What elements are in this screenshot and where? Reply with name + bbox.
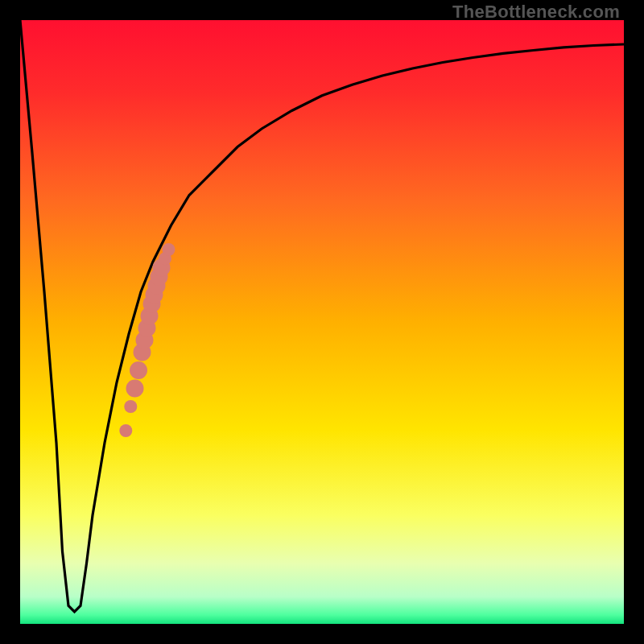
- marker-point: [124, 400, 137, 413]
- gradient-background: [20, 20, 624, 624]
- watermark-text: TheBottleneck.com: [452, 2, 620, 23]
- chart-svg: [20, 20, 624, 624]
- marker-point: [119, 424, 132, 437]
- marker-point: [163, 243, 175, 256]
- marker-point: [126, 380, 144, 398]
- marker-point: [130, 361, 147, 379]
- chart-frame: TheBottleneck.com: [0, 0, 644, 644]
- plot-area: [20, 20, 624, 624]
